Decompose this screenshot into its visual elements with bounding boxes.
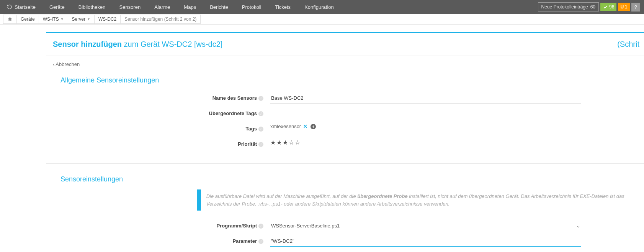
info-icon[interactable]: i — [258, 127, 263, 132]
tag-chip: xmlexesensor ✕ — [270, 124, 307, 129]
star-4[interactable]: ☆ — [289, 139, 294, 146]
help-label: ? — [634, 4, 637, 10]
chevron-left-icon: ‹ — [53, 61, 54, 67]
info-icon[interactable]: i — [258, 111, 263, 116]
label-sensor-name: Name des Sensors i — [53, 93, 263, 104]
row-sensor-name: Name des Sensors i — [53, 91, 637, 106]
breadcrumb: Geräte WS-ITS ▼ Server ▼ WS-DC2 Sensor h… — [0, 14, 644, 25]
breadcrumb-wsdc2[interactable]: WS-DC2 — [95, 15, 121, 24]
nav-devices[interactable]: Geräte — [42, 0, 72, 14]
info-icon[interactable]: i — [258, 142, 263, 147]
tag-add-icon[interactable]: + — [311, 124, 316, 129]
nav-protocol[interactable]: Protokoll — [235, 0, 268, 14]
chevron-down-icon: ⌄ — [576, 223, 580, 229]
tag-text: xmlexesensor — [270, 124, 301, 129]
info-callout: Die ausführbare Datei wird auf der Masch… — [197, 189, 630, 211]
nav-libraries[interactable]: Bibliotheken — [72, 0, 113, 14]
section-sensor: Sensoreinstellungen Die ausführbare Date… — [46, 171, 644, 252]
status-orange-badge[interactable]: U 1 — [618, 3, 629, 11]
callout-row: Die ausführbare Datei wird auf der Masch… — [53, 189, 637, 218]
program-select[interactable]: WSSensor-ServerBaseline.ps1 ⌄ — [270, 221, 581, 231]
info-icon[interactable]: i — [258, 224, 263, 229]
help-button[interactable]: ? — [631, 3, 640, 12]
nav-home-label: Startseite — [15, 4, 36, 10]
star-2[interactable]: ★ — [276, 139, 282, 146]
refresh-icon — [7, 4, 12, 10]
page-step: (Schrit — [617, 40, 639, 49]
star-5[interactable]: ☆ — [295, 139, 300, 146]
top-nav-right: Neue Protokolleinträge 60 96 U 1 ? — [538, 2, 640, 12]
label-tags: Tags i — [53, 124, 263, 134]
log-entries-count: 60 — [590, 4, 595, 10]
status-orange-count: 1 — [625, 4, 628, 10]
row-parameter: Parameter i — [53, 234, 637, 249]
log-entries-label: Neue Protokolleinträge — [541, 4, 588, 10]
nav-reports[interactable]: Berichte — [203, 0, 235, 14]
label-parent-tags: Übergeordnete Tags i — [53, 108, 263, 119]
parameter-input[interactable] — [270, 236, 581, 247]
cancel-row: ‹ Abbrechen — [46, 56, 644, 72]
breadcrumb-home[interactable] — [3, 15, 17, 24]
page-content: Sensor hinzufügen zum Gerät WS-DC2 [ws-d… — [0, 25, 644, 252]
info-icon[interactable]: i — [258, 96, 263, 101]
top-nav-left: Startseite Geräte Bibliotheken Sensoren … — [4, 0, 341, 14]
home-icon — [7, 16, 13, 22]
status-orange-letter: U — [620, 4, 624, 10]
nav-home[interactable]: Startseite — [4, 0, 42, 14]
top-nav: Startseite Geräte Bibliotheken Sensoren … — [0, 0, 644, 14]
status-green-badge[interactable]: 96 — [600, 3, 616, 11]
label-parameter: Parameter i — [53, 236, 263, 247]
priority-stars: ★ ★ ★ ☆ ☆ — [270, 139, 300, 146]
row-tags: Tags i xmlexesensor ✕ + — [53, 121, 637, 137]
section-general-title: Allgemeine Sensoreinstellungen — [53, 76, 637, 84]
nav-sensors[interactable]: Sensoren — [113, 0, 148, 14]
page-header: Sensor hinzufügen zum Gerät WS-DC2 [ws-d… — [46, 32, 644, 56]
breadcrumb-devices[interactable]: Geräte — [17, 15, 39, 24]
program-value: WSSensor-ServerBaseline.ps1 — [271, 223, 340, 229]
breadcrumb-wsits[interactable]: WS-ITS ▼ — [39, 15, 68, 24]
nav-alarms[interactable]: Alarme — [147, 0, 177, 14]
star-1[interactable]: ★ — [270, 139, 276, 146]
check-icon — [603, 4, 608, 10]
row-program: Programm/Skript i WSSensor-ServerBaselin… — [53, 218, 637, 234]
cancel-label: Abbrechen — [56, 61, 80, 67]
nav-tickets[interactable]: Tickets — [268, 0, 297, 14]
nav-maps[interactable]: Maps — [177, 0, 203, 14]
page-title-bold: Sensor hinzufügen — [53, 40, 122, 48]
breadcrumb-server[interactable]: Server ▼ — [68, 15, 95, 24]
log-entries-badge[interactable]: Neue Protokolleinträge 60 — [538, 2, 599, 12]
breadcrumb-current: Sensor hinzufügen (Schritt 2 von 2) — [121, 15, 201, 24]
row-priority: Priorität i ★ ★ ★ ☆ ☆ — [53, 137, 637, 152]
row-parent-tags: Übergeordnete Tags i — [53, 106, 637, 121]
page-title: Sensor hinzufügen zum Gerät WS-DC2 [ws-d… — [53, 40, 222, 49]
chevron-down-icon: ▼ — [60, 17, 64, 21]
label-priority: Priorität i — [53, 139, 263, 150]
sensor-name-input[interactable] — [270, 93, 581, 104]
nav-config[interactable]: Konfiguration — [297, 0, 341, 14]
row-environment: Umgebung i Standardumgebung Platzhalter … — [53, 249, 637, 252]
callout-text: Die ausführbare Datei wird auf der Masch… — [206, 193, 625, 208]
star-3[interactable]: ★ — [283, 139, 288, 146]
cancel-link[interactable]: ‹ Abbrechen — [53, 61, 80, 67]
info-icon[interactable]: i — [258, 239, 263, 244]
tag-remove-icon[interactable]: ✕ — [303, 124, 307, 129]
chevron-down-icon: ▼ — [87, 17, 90, 21]
section-general: Allgemeine Sensoreinstellungen Name des … — [46, 72, 644, 164]
page-title-rest: zum Gerät WS-DC2 [ws-dc2] — [124, 40, 223, 48]
section-sensor-title: Sensoreinstellungen — [53, 175, 637, 183]
status-green-count: 96 — [609, 4, 614, 10]
label-program: Programm/Skript i — [53, 221, 263, 231]
